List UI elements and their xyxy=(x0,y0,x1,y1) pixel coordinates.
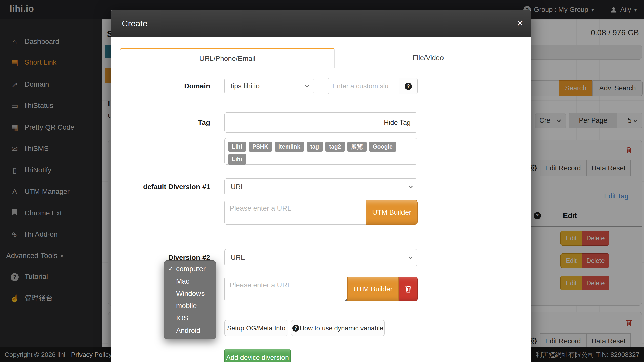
tag-chip[interactable]: PSHK xyxy=(249,142,272,152)
question-circle-icon: ? xyxy=(292,325,299,332)
device-option-label: computer xyxy=(176,265,206,273)
device-option-mobile[interactable]: mobile xyxy=(164,300,216,312)
tag-chip[interactable]: 展覽 xyxy=(347,142,367,152)
tag-chip[interactable]: itemlink xyxy=(275,142,304,152)
diversion2-type-value: URL xyxy=(231,254,245,262)
tab-file-video[interactable]: File/Video xyxy=(335,48,522,68)
device-option-label: Windows xyxy=(176,290,205,297)
utm-builder-button[interactable]: UTM Builder xyxy=(347,277,399,301)
chevron-down-icon xyxy=(409,184,413,188)
diversion1-type-select[interactable]: URL xyxy=(224,178,417,195)
delete-diversion-button[interactable] xyxy=(399,277,418,301)
device-type-dropdown: ✓computerMacWindowsmobileIOSAndroid xyxy=(164,260,216,339)
chevron-down-icon xyxy=(409,255,413,259)
tag-chip[interactable]: Google xyxy=(369,142,396,152)
modal-title: Create xyxy=(122,10,147,37)
device-option-windows[interactable]: Windows xyxy=(164,287,216,300)
diversion2-url-textarea[interactable] xyxy=(224,277,347,301)
check-icon: ✓ xyxy=(168,263,174,275)
modal-tabs: URL/Phone/Email File/Video xyxy=(120,48,522,68)
device-option-computer[interactable]: ✓computer xyxy=(164,263,216,275)
tag-chip-list: LihIPSHKitemlinktagtag2展覽GoogleLihi xyxy=(225,138,417,168)
trash-icon xyxy=(404,285,413,294)
utm-builder-button[interactable]: UTM Builder xyxy=(366,200,418,225)
app-screen: lihi.io ? Group : My Group ▾ Aily ▾ ⌂Das… xyxy=(0,0,644,362)
device-option-android[interactable]: Android xyxy=(164,324,216,337)
device-option-mac[interactable]: Mac xyxy=(164,275,216,287)
device-option-label: IOS xyxy=(176,314,188,322)
question-circle-icon: ? xyxy=(405,83,412,90)
tag-chip[interactable]: tag2 xyxy=(325,142,345,152)
device-option-label: mobile xyxy=(176,302,197,310)
slug-help-button[interactable]: ? xyxy=(399,78,418,94)
device-option-label: Mac xyxy=(176,277,189,285)
setup-og-meta-button[interactable]: Setup OG/Meta Info xyxy=(224,320,288,336)
domain-select[interactable]: tips.lihi.io xyxy=(224,78,314,94)
device-option-ios[interactable]: IOS xyxy=(164,312,216,324)
tag-input[interactable]: Hide Tag xyxy=(224,112,417,133)
diversion1-type-value: URL xyxy=(231,183,245,191)
tag-label: Tag xyxy=(111,112,210,133)
custom-slug-input[interactable] xyxy=(328,78,399,94)
modal-divider xyxy=(120,345,522,345)
tag-chip[interactable]: Lihi xyxy=(228,154,246,164)
domain-select-value: tips.lihi.io xyxy=(231,82,260,90)
tag-chip[interactable]: LihI xyxy=(228,142,246,152)
dynamic-variable-help-button[interactable]: ?How to use dynamic variable xyxy=(291,320,385,336)
domain-label: Domain xyxy=(111,78,210,94)
modal-header: Create ✕ xyxy=(111,10,531,37)
chevron-down-icon xyxy=(305,83,309,88)
close-icon[interactable]: ✕ xyxy=(517,10,524,37)
tag-suggestions-box: LihIPSHKitemlinktagtag2展覽GoogleLihi xyxy=(224,138,417,165)
dynamic-variable-help-label: How to use dynamic variable xyxy=(300,324,383,332)
device-option-label: Android xyxy=(176,327,200,334)
diversion1-label: default Diversion #1 xyxy=(111,178,210,195)
add-device-diversion-button[interactable]: Add device diversion xyxy=(224,349,291,362)
tab-url-phone-email[interactable]: URL/Phone/Email xyxy=(120,48,335,68)
tag-chip[interactable]: tag xyxy=(307,142,323,152)
hide-tag-toggle[interactable]: Hide Tag xyxy=(384,113,411,132)
diversion1-url-textarea[interactable] xyxy=(224,200,366,225)
diversion2-type-select[interactable]: URL xyxy=(224,249,417,266)
